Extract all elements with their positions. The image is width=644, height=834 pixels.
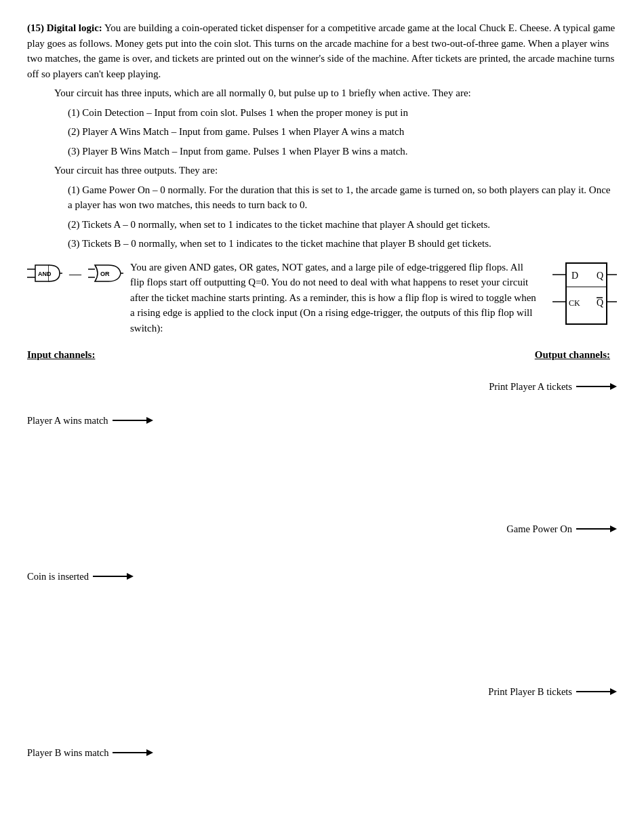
output-game-power-label: Game Power On <box>506 523 572 535</box>
svg-marker-25 <box>127 573 134 580</box>
input-player-a-arrow <box>113 414 153 427</box>
page: (15) Digital logic: You are building a c… <box>0 0 644 834</box>
input-coin: Coin is inserted <box>27 570 134 583</box>
output-print-b-arrow <box>576 685 617 698</box>
output-print-b-label: Print Player B tickets <box>488 686 572 698</box>
output-print-a: Print Player A tickets <box>489 380 617 393</box>
svg-marker-31 <box>146 749 153 756</box>
input-player-a: Player A wins match <box>27 414 153 427</box>
output-game-power: Game Power On <box>506 522 617 536</box>
output-item-1: (1) Game Power On – 0 normally. For the … <box>68 182 617 213</box>
gate-icons: AND — OR <box>27 262 123 287</box>
svg-text:Q: Q <box>597 298 603 308</box>
problem-desc1: You are building a coin-operated ticket … <box>27 22 615 79</box>
gate-description: You are given AND gates, OR gates, NOT g… <box>130 260 539 336</box>
output-item-3: (3) Tickets B – 0 normally, when set to … <box>68 236 617 252</box>
output-game-power-arrow <box>576 522 617 536</box>
svg-marker-23 <box>610 383 617 390</box>
or-gate-icon: OR <box>88 262 123 287</box>
svg-marker-27 <box>610 525 617 532</box>
input-coin-arrow <box>93 570 134 583</box>
output-list: (1) Game Power On – 0 normally. For the … <box>68 182 617 252</box>
output-print-a-arrow <box>576 380 617 393</box>
problem-desc2: Your circuit has three inputs, which are… <box>54 85 617 101</box>
input-item-1: (1) Coin Detection – Input from coin slo… <box>68 105 617 121</box>
and-gate-icon: AND <box>27 262 62 287</box>
input-item-2: (2) Player A Wins Match – Input from gam… <box>68 124 617 140</box>
input-list: (1) Coin Detection – Input from coin slo… <box>68 105 617 159</box>
gate-dash: — <box>69 267 81 281</box>
input-coin-label: Coin is inserted <box>27 571 89 582</box>
input-player-a-label: Player A wins match <box>27 415 108 426</box>
problem-text: (15) Digital logic: You are building a c… <box>27 20 617 252</box>
svg-text:CK: CK <box>569 298 580 308</box>
flipflop-diagram: D Q CK Q <box>552 260 617 330</box>
problem-number: (15) <box>27 22 44 33</box>
input-player-b-label: Player B wins match <box>27 747 108 759</box>
diagram-area: Player A wins match Print Player A ticke… <box>27 380 617 834</box>
output-print-b: Print Player B tickets <box>488 685 617 698</box>
svg-marker-21 <box>146 417 153 424</box>
svg-text:AND: AND <box>38 271 52 277</box>
input-item-3: (3) Player B Wins Match – Input from gam… <box>68 144 617 159</box>
input-channels-title: Input channels: <box>27 349 95 361</box>
svg-text:D: D <box>571 271 578 281</box>
input-player-b-arrow <box>113 746 153 759</box>
channels-section: Input channels: Output channels: Player … <box>27 349 617 834</box>
problem-title: Digital logic: <box>47 22 102 33</box>
gates-section: AND — OR <box>27 260 617 336</box>
svg-text:Q: Q <box>597 271 603 281</box>
svg-text:OR: OR <box>100 271 110 277</box>
output-item-2: (2) Tickets A – 0 normally, when set to … <box>68 217 617 233</box>
svg-marker-29 <box>610 688 617 695</box>
input-player-b: Player B wins match <box>27 746 153 759</box>
output-channels-title: Output channels: <box>535 349 617 361</box>
output-print-a-label: Print Player A tickets <box>489 381 572 393</box>
problem-desc3: Your circuit has three outputs. They are… <box>54 163 617 178</box>
